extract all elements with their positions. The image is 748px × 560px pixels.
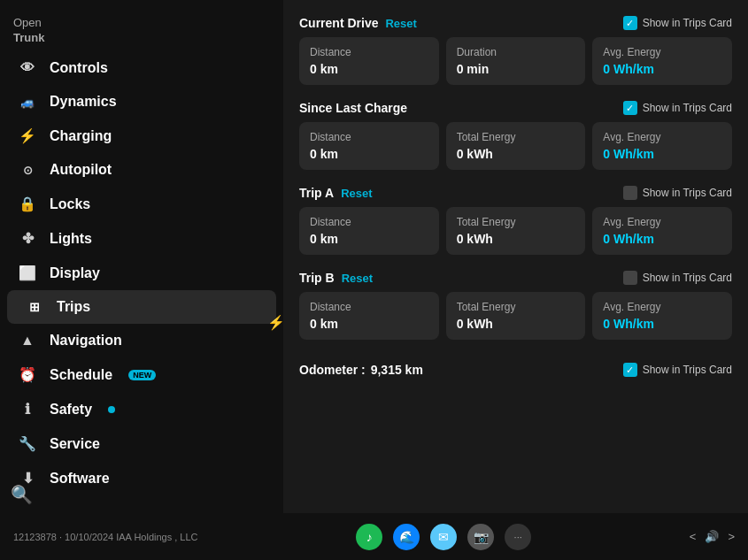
spotify-icon[interactable]: ♪ bbox=[356, 524, 382, 550]
since-last-charge-show-trips[interactable]: ✓ Show in Trips Card bbox=[623, 101, 732, 115]
since-last-charge-section: Since Last Charge ✓ Show in Trips Card D… bbox=[299, 101, 732, 170]
trip-b-show-trips[interactable]: Show in Trips Card bbox=[623, 271, 732, 285]
nav-back[interactable]: < bbox=[690, 530, 697, 543]
software-label: Software bbox=[50, 471, 110, 487]
sidebar-item-trips[interactable]: ⊞ Trips bbox=[7, 290, 276, 324]
volume-icon[interactable]: 🔊 bbox=[705, 530, 719, 543]
taskbar: 12123878 · 10/10/2024 IAA Holdings , LLC… bbox=[0, 513, 748, 560]
sidebar-item-dynamics[interactable]: 🚙 Dynamics bbox=[0, 85, 283, 119]
trip-b-header: Trip B Reset Show in Trips Card bbox=[299, 271, 732, 285]
distance-label-2: Distance bbox=[310, 131, 428, 143]
dynamics-icon: 🚙 bbox=[18, 96, 37, 109]
since-last-charge-title-row: Since Last Charge bbox=[299, 101, 407, 115]
lights-label: Lights bbox=[50, 231, 92, 247]
open-label: Open bbox=[13, 16, 270, 29]
autopilot-icon: ⊙ bbox=[18, 164, 37, 177]
odometer-section: Odometer : 9,315 km ✓ Show in Trips Card bbox=[299, 356, 732, 377]
display-icon: ⬜ bbox=[18, 265, 37, 281]
total-energy-label-2: Total Energy bbox=[457, 131, 575, 143]
since-last-charge-stats: Distance 0 km Total Energy 0 kWh Avg. En… bbox=[299, 122, 732, 170]
sidebar-item-lights[interactable]: ✤ Lights bbox=[0, 221, 283, 256]
avg-energy-label-1: Avg. Energy bbox=[603, 46, 721, 58]
camera-icon[interactable]: 📷 bbox=[467, 524, 494, 550]
sidebar-item-software[interactable]: ⬇ Software bbox=[0, 461, 283, 495]
duration-value: 0 min bbox=[457, 62, 575, 76]
total-energy-label-4: Total Energy bbox=[457, 301, 575, 313]
main-content: Current Drive Reset ✓ Show in Trips Card… bbox=[283, 0, 748, 513]
current-drive-checkbox[interactable]: ✓ bbox=[623, 16, 637, 30]
sidebar-item-charging[interactable]: ⚡ Charging bbox=[0, 119, 283, 153]
service-icon: 🔧 bbox=[18, 435, 37, 452]
charging-label: Charging bbox=[50, 128, 112, 144]
sidebar-item-autopilot[interactable]: ⊙ Autopilot bbox=[0, 153, 283, 187]
duration-label: Duration bbox=[457, 46, 575, 58]
sidebar-item-schedule[interactable]: ⏰ Schedule NEW bbox=[0, 357, 283, 392]
display-label: Display bbox=[50, 265, 100, 281]
distance-value-3: 0 km bbox=[310, 232, 428, 246]
locks-label: Locks bbox=[50, 196, 90, 212]
device-id: 12123878 · 10/10/2024 IAA Holdings , LLC bbox=[13, 532, 198, 542]
trip-b-reset[interactable]: Reset bbox=[342, 272, 373, 285]
since-last-charge-header: Since Last Charge ✓ Show in Trips Card bbox=[299, 101, 732, 115]
dynamics-label: Dynamics bbox=[50, 94, 117, 110]
navigation-icon: ▲ bbox=[18, 333, 37, 349]
trip-b-checkbox[interactable] bbox=[623, 271, 637, 285]
since-last-charge-trips-label: Show in Trips Card bbox=[643, 102, 732, 114]
trip-a-show-trips[interactable]: Show in Trips Card bbox=[623, 186, 732, 200]
sidebar-item-safety[interactable]: ℹ Safety bbox=[0, 392, 283, 426]
total-energy-value-3: 0 kWh bbox=[457, 232, 575, 246]
trip-b-section: Trip B Reset Show in Trips Card Distance… bbox=[299, 271, 732, 340]
current-drive-title: Current Drive bbox=[299, 16, 378, 30]
distance-label-4: Distance bbox=[310, 301, 428, 313]
search-icon[interactable]: 🔍 bbox=[11, 484, 33, 505]
sidebar-item-controls[interactable]: 👁 Controls bbox=[0, 51, 283, 85]
trip-a-total-energy: Total Energy 0 kWh bbox=[446, 207, 586, 255]
trip-a-distance: Distance 0 km bbox=[299, 207, 439, 255]
odometer-text: Odometer : 9,315 km bbox=[299, 363, 423, 377]
controls-label: Controls bbox=[50, 60, 108, 76]
trip-a-checkbox[interactable] bbox=[623, 186, 637, 200]
safety-icon: ℹ bbox=[18, 401, 37, 418]
total-energy-value-4: 0 kWh bbox=[457, 317, 575, 331]
sidebar-item-navigation[interactable]: ▲ Navigation bbox=[0, 324, 283, 357]
odometer-checkbox[interactable]: ✓ bbox=[623, 363, 637, 377]
sidebar-item-service[interactable]: 🔧 Service bbox=[0, 426, 283, 461]
current-drive-header: Current Drive Reset ✓ Show in Trips Card bbox=[299, 16, 732, 30]
since-avg-energy: Avg. Energy 0 Wh/km bbox=[592, 122, 732, 170]
odometer-trips-label: Show in Trips Card bbox=[643, 364, 732, 376]
trips-label: Trips bbox=[57, 299, 90, 315]
since-last-charge-checkbox[interactable]: ✓ bbox=[623, 101, 637, 115]
more-icon[interactable]: ··· bbox=[505, 524, 531, 550]
odometer-show-trips[interactable]: ✓ Show in Trips Card bbox=[623, 363, 732, 377]
schedule-label: Schedule bbox=[50, 367, 112, 383]
current-drive-reset[interactable]: Reset bbox=[385, 17, 416, 30]
nav-forward[interactable]: > bbox=[728, 530, 735, 543]
trip-a-reset[interactable]: Reset bbox=[341, 187, 372, 200]
avg-energy-value-4: 0 Wh/km bbox=[603, 317, 721, 331]
messages-icon[interactable]: ✉ bbox=[430, 524, 457, 550]
avg-energy-value-3: 0 Wh/km bbox=[603, 232, 721, 246]
controls-icon: 👁 bbox=[18, 60, 37, 76]
trip-b-distance: Distance 0 km bbox=[299, 292, 439, 340]
trips-icon: ⊞ bbox=[25, 300, 44, 314]
distance-label-1: Distance bbox=[310, 46, 428, 58]
trip-a-trips-label: Show in Trips Card bbox=[643, 187, 732, 199]
service-label: Service bbox=[50, 436, 100, 452]
trunk-label: Trunk bbox=[13, 31, 270, 44]
charging-icon: ⚡ bbox=[18, 127, 37, 144]
lights-icon: ✤ bbox=[18, 230, 37, 247]
sidebar-item-display[interactable]: ⬜ Display bbox=[0, 256, 283, 290]
distance-value-2: 0 km bbox=[310, 147, 428, 161]
total-energy-value-2: 0 kWh bbox=[457, 147, 575, 161]
current-drive-show-trips[interactable]: ✓ Show in Trips Card bbox=[623, 16, 732, 30]
trip-b-avg-energy: Avg. Energy 0 Wh/km bbox=[592, 292, 732, 340]
sidebar-item-locks[interactable]: 🔒 Locks bbox=[0, 187, 283, 221]
distance-value-4: 0 km bbox=[310, 317, 428, 331]
since-total-energy: Total Energy 0 kWh bbox=[446, 122, 586, 170]
total-energy-label-3: Total Energy bbox=[457, 216, 575, 228]
current-drive-distance: Distance 0 km bbox=[299, 37, 439, 85]
trip-a-header: Trip A Reset Show in Trips Card bbox=[299, 186, 732, 200]
current-drive-title-row: Current Drive Reset bbox=[299, 16, 417, 30]
odometer-value: 9,315 km bbox=[371, 363, 423, 377]
weather-icon[interactable]: 🌊 bbox=[393, 524, 420, 550]
